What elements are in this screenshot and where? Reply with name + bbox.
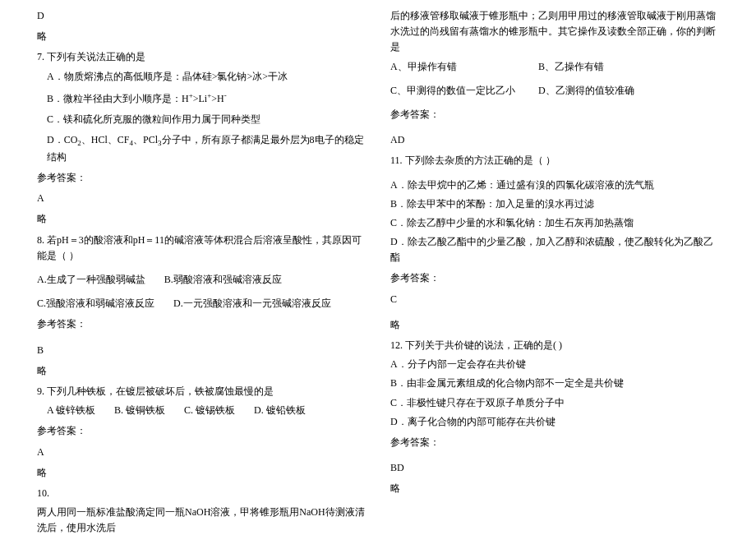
- q11-stem: 11. 下列除去杂质的方法正确的是（ ）: [390, 153, 719, 168]
- pre-note: 略: [37, 29, 366, 44]
- q11-note: 略: [390, 317, 719, 333]
- q11-option-d: D．除去乙酸乙酯中的少量乙酸，加入乙醇和浓硫酸，使乙酸转化为乙酸乙酯: [390, 234, 719, 265]
- q8-ans-head: 参考答案：: [37, 316, 366, 332]
- pre-answer: D: [37, 8, 366, 24]
- q11-option-b: B．除去甲苯中的苯酚：加入足量的溴水再过滤: [390, 196, 719, 212]
- q11-option-a: A．除去甲烷中的乙烯：通过盛有溴的四氯化碳溶液的洗气瓶: [390, 178, 719, 193]
- q7-b-pre: B．微粒半径由大到小顺序是：H: [47, 93, 189, 104]
- q11-ans: C: [390, 292, 719, 307]
- q8-stem: 8. 若pH＝3的酸溶液和pH＝11的碱溶液等体积混合后溶液呈酸性，其原因可能是…: [37, 233, 366, 264]
- q8-option-a: A.生成了一种强酸弱碱盐: [37, 274, 145, 285]
- q12-ans: BD: [390, 460, 719, 476]
- q7-option-b: B．微粒半径由大到小顺序是：H+>Li+>H-: [47, 90, 366, 107]
- q10-option-b: B、乙操作有错: [538, 59, 604, 75]
- q10-stem: 两人用同一瓶标准盐酸滴定同一瓶NaOH溶液，甲将锥形瓶用NaOH待测液清洗后，使…: [37, 505, 366, 535]
- q7-option-d: D．CO2、HCl、CF4、PCl3分子中，所有原子都满足最外层为8电子的稳定结…: [47, 132, 366, 165]
- q7-option-a: A．物质熔沸点的高低顺序是：晶体硅>氯化钠>冰>干冰: [47, 69, 366, 85]
- q12-option-d: D．离子化合物的内部可能存在共价键: [390, 414, 719, 430]
- q9-ans-head: 参考答案：: [37, 423, 366, 439]
- right-column: 后的移液管移取碱液于锥形瓶中；乙则用甲用过的移液管取碱液于刚用蒸馏水洗过的尚残留…: [378, 8, 731, 527]
- q10-cont: 后的移液管移取碱液于锥形瓶中；乙则用甲用过的移液管取碱液于刚用蒸馏水洗过的尚残留…: [390, 8, 719, 56]
- q9-option-b: B. 镀铜铁板: [114, 404, 165, 416]
- q8-option-c: C.强酸溶液和弱碱溶液反应: [37, 297, 154, 309]
- q12-ans-head: 参考答案：: [390, 435, 719, 450]
- q10-num: 10.: [37, 486, 366, 501]
- q8-note: 略: [37, 363, 366, 379]
- q9-options: A 镀锌铁板 B. 镀铜铁板 C. 镀锡铁板 D. 镀铅铁板: [47, 403, 366, 418]
- q7-note: 略: [37, 211, 366, 227]
- q10-ans-head: 参考答案：: [390, 107, 719, 122]
- q10-option-c: C、甲测得的数值一定比乙小: [390, 83, 538, 99]
- q9-note: 略: [37, 465, 366, 481]
- q10-row1: A、甲操作有错 B、乙操作有错: [390, 59, 719, 75]
- q10-option-d: D、乙测得的值较准确: [538, 83, 634, 99]
- q7-b-end: >H: [211, 93, 224, 104]
- q8-row2: C.强酸溶液和弱碱溶液反应 D.一元强酸溶液和一元强碱溶液反应: [37, 296, 366, 311]
- q7-ans-head: 参考答案：: [37, 170, 366, 186]
- q7-b-mid: >Li: [193, 93, 207, 104]
- q9-stem: 9. 下列几种铁板，在镀层被破坏后，铁被腐蚀最慢的是: [37, 384, 366, 399]
- q12-option-c: C．非极性键只存在于双原子单质分子中: [390, 395, 719, 411]
- q11-option-c: C．除去乙醇中少量的水和氯化钠：加生石灰再加热蒸馏: [390, 215, 719, 231]
- q9-ans: A: [37, 445, 366, 460]
- q12-stem: 12. 下列关于共价键的说法，正确的是( ): [390, 338, 719, 353]
- q9-option-a: A 镀锌铁板: [47, 404, 95, 416]
- q8-option-b: B.弱酸溶液和强碱溶液反应: [164, 274, 282, 285]
- q8-option-d: D.一元强酸溶液和一元强碱溶液反应: [173, 297, 331, 309]
- q7-d-pre: D．CO: [47, 134, 77, 145]
- q12-option-b: B．由非金属元素组成的化合物内部不一定全是共价键: [390, 376, 719, 391]
- sup-minus: -: [224, 91, 227, 99]
- q7-d-3: 、PCl: [133, 134, 158, 145]
- q11-ans-head: 参考答案：: [390, 270, 719, 286]
- q10-row2: C、甲测得的数值一定比乙小 D、乙测得的值较准确: [390, 83, 719, 99]
- q9-option-d: D. 镀铅铁板: [254, 404, 306, 416]
- q7-ans: A: [37, 191, 366, 206]
- q7-d-2: 、HCl、CF: [81, 134, 130, 145]
- q7-stem: 7. 下列有关说法正确的是: [37, 49, 366, 65]
- q8-row1: A.生成了一种强酸弱碱盐 B.弱酸溶液和强碱溶液反应: [37, 272, 366, 288]
- q10-option-a: A、甲操作有错: [390, 59, 538, 75]
- q8-ans: B: [37, 343, 366, 358]
- q9-option-c: C. 镀锡铁板: [184, 404, 235, 416]
- q10-ans: AD: [390, 132, 719, 148]
- q7-option-c: C．镁和硫化所克服的微粒间作用力属于同种类型: [47, 112, 366, 127]
- q12-note: 略: [390, 481, 719, 496]
- left-column: D 略 7. 下列有关说法正确的是 A．物质熔沸点的高低顺序是：晶体硅>氯化钠>…: [25, 8, 378, 527]
- q12-option-a: A．分子内部一定会存在共价键: [390, 357, 719, 372]
